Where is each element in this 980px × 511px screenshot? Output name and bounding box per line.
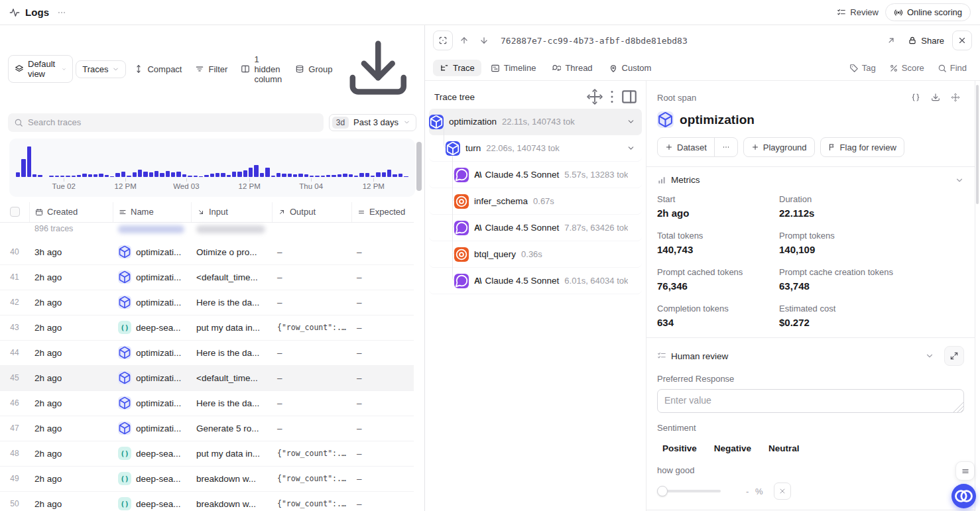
anthropic-logo-icon: A\ <box>474 170 481 180</box>
tag-icon <box>849 64 859 73</box>
table-row[interactable]: 492h ago()deep-sea...breakdown w...{"row… <box>0 467 414 492</box>
slider-knob[interactable] <box>657 486 668 496</box>
name-cell: optimizati... <box>113 346 191 359</box>
tree-node-claude-4-5-sonnet[interactable]: A\Claude 4.5 Sonnet7.87s, 63426 tok <box>429 215 642 241</box>
column-header-input[interactable]: Input <box>191 202 272 222</box>
chevron-down-icon[interactable] <box>955 176 964 185</box>
preferred-response-input[interactable] <box>657 389 964 413</box>
tree-node-meta: 22.11s, 140743 tok <box>502 117 575 127</box>
compact-button[interactable]: Compact <box>129 61 187 78</box>
tree-node-turn[interactable]: turn22.06s, 140743 tok <box>429 135 642 162</box>
add-to-dataset-more[interactable] <box>715 138 737 156</box>
sentiment-positive-button[interactable]: Positive <box>657 439 702 457</box>
clear-score-button[interactable] <box>774 483 791 500</box>
table-scrollbar[interactable] <box>416 142 422 191</box>
tab-thread[interactable]: Thread <box>545 60 599 76</box>
comments-menu-button[interactable] <box>955 461 975 481</box>
checklist-icon <box>657 351 666 361</box>
table-row[interactable]: 452h agooptimizati...<default_time...–– <box>0 366 414 391</box>
add-to-dataset-main[interactable]: Dataset <box>658 138 714 156</box>
tag-button[interactable]: Tag <box>844 60 881 76</box>
search-input[interactable] <box>28 117 318 127</box>
filter-button[interactable]: Filter <box>190 61 233 78</box>
name-cell: optimizati... <box>113 296 191 309</box>
tool-span-icon <box>454 247 469 262</box>
input-cell: put my data in... <box>191 323 272 333</box>
histogram-bars <box>16 146 408 177</box>
focus-span-button[interactable] <box>433 30 453 50</box>
tab-custom[interactable]: Custom <box>602 60 658 76</box>
how-good-slider[interactable] <box>657 486 721 496</box>
histogram-bar <box>387 170 391 177</box>
share-button[interactable]: Share <box>902 32 949 49</box>
move-icon[interactable] <box>947 89 964 106</box>
page-more-menu-icon[interactable] <box>56 7 68 19</box>
kebab-menu-icon[interactable] <box>603 88 621 105</box>
download-icon <box>931 93 940 102</box>
next-trace-button[interactable] <box>475 32 493 49</box>
table-row[interactable]: 432h ago()deep-sea...put my data in...{"… <box>0 315 414 341</box>
flag-icon <box>828 143 836 151</box>
table-row[interactable]: 472h agooptimizati...Generate 5 ro...–– <box>0 416 414 441</box>
group-button[interactable]: Group <box>290 61 337 78</box>
tab-timeline[interactable]: Timeline <box>484 60 543 76</box>
tree-node-optimization[interactable]: optimization22.11s, 140743 tok <box>429 109 642 135</box>
input-cell: breakdown w... <box>191 474 272 484</box>
output-cell: {"row_count":... <box>272 323 351 332</box>
sentiment-negative-button[interactable]: Negative <box>709 439 757 457</box>
tree-node-claude-4-5-sonnet[interactable]: A\Claude 4.5 Sonnet5.57s, 13283 tok <box>429 162 642 188</box>
tree-node-infer-schema[interactable]: infer_schema0.67s <box>429 188 642 215</box>
scrollbar-thumb[interactable] <box>976 85 979 204</box>
row-number: 42 <box>0 298 29 307</box>
tree-node-meta: 22.06s, 140743 tok <box>486 143 560 153</box>
axis-tick-mark <box>64 178 64 182</box>
tab-trace[interactable]: Trace <box>433 60 481 76</box>
view-selector[interactable]: Default view <box>8 55 73 83</box>
metric-value: 140,743 <box>657 244 779 255</box>
view-json-button[interactable] <box>907 89 924 106</box>
add-to-dataset-button: Dataset <box>657 137 738 157</box>
move-icon[interactable] <box>586 88 603 105</box>
playground-button[interactable]: Playground <box>743 137 815 157</box>
open-full-page-button[interactable] <box>883 32 900 49</box>
traces-selector[interactable]: Traces <box>76 60 126 78</box>
table-row[interactable]: 482h ago()deep-sea...put my data in...{"… <box>0 441 414 467</box>
bar-chart-icon <box>657 176 666 185</box>
table-row[interactable]: 403h agooptimizati...Otimize o pro...–– <box>0 240 414 265</box>
column-header-label: Name <box>131 207 154 217</box>
row-number: 41 <box>0 272 29 282</box>
column-header-expected[interactable]: Expected <box>351 202 414 222</box>
flag-for-review-button[interactable]: Flag for review <box>820 137 904 157</box>
column-header-created[interactable]: Created <box>29 202 113 222</box>
time-range-selector[interactable]: 3d Past 3 days <box>329 114 416 131</box>
previous-trace-button[interactable] <box>456 32 473 49</box>
select-all-checkbox[interactable] <box>10 207 20 217</box>
download-span-button[interactable] <box>927 89 944 106</box>
tree-node-claude-4-5-sonnet[interactable]: A\Claude 4.5 Sonnet6.01s, 64034 tok <box>429 268 642 294</box>
score-button[interactable]: Score <box>884 60 930 76</box>
side-panel-icon[interactable] <box>621 88 638 105</box>
table-row[interactable]: 462h agooptimizati...Here is the da...–– <box>0 391 414 416</box>
tree-node-btql-query[interactable]: btql_query0.36s <box>429 241 642 268</box>
export-button[interactable] <box>340 31 416 107</box>
external-link-icon <box>887 36 896 45</box>
column-header-output[interactable]: Output <box>272 202 351 222</box>
table-row[interactable]: 422h agooptimizati...Here is the da...–– <box>0 290 414 315</box>
chevron-down-icon[interactable] <box>627 144 635 152</box>
column-header-name[interactable]: Name <box>113 202 191 222</box>
find-button[interactable]: Find <box>932 60 972 76</box>
online-scoring-button[interactable]: Online scoring <box>885 3 971 21</box>
chevron-down-icon[interactable] <box>925 351 934 361</box>
hidden-columns-button[interactable]: 1 hidden column <box>235 51 287 87</box>
review-button[interactable]: Review <box>830 4 885 21</box>
table-row[interactable]: 502h ago()deep-sea...breakdown w...{"row… <box>0 492 414 511</box>
chevron-down-icon[interactable] <box>627 117 635 126</box>
expand-review-button[interactable] <box>944 346 964 366</box>
name-cell: optimizati... <box>113 371 191 384</box>
metric-duration: Duration22.112s <box>779 194 964 219</box>
close-panel-button[interactable] <box>952 30 972 50</box>
ai-assistant-button[interactable] <box>951 484 976 508</box>
table-row[interactable]: 442h agooptimizati...Here is the da...–– <box>0 341 414 366</box>
table-row[interactable]: 412h agooptimizati...<default_time...–– <box>0 265 414 290</box>
sentiment-neutral-button[interactable]: Neutral <box>763 439 805 457</box>
